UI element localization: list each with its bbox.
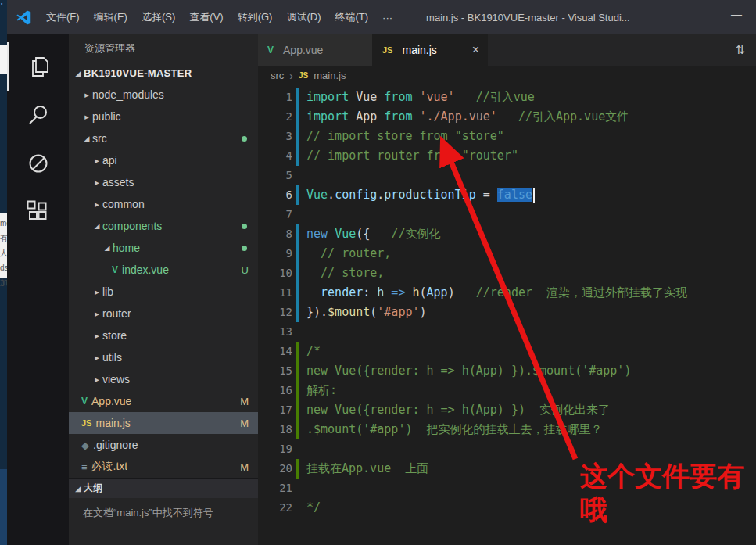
twistie-expanded-icon[interactable]: ◢ bbox=[91, 222, 102, 230]
twistie-collapsed-icon[interactable]: ▸ bbox=[91, 156, 102, 166]
twistie-collapsed-icon[interactable]: ▸ bbox=[91, 309, 102, 319]
git-status-badge: M bbox=[240, 461, 249, 473]
twistie-expanded-icon[interactable]: ◢ bbox=[81, 134, 92, 142]
tree-item-store[interactable]: ▸store bbox=[69, 324, 258, 346]
twistie-collapsed-icon[interactable]: ▸ bbox=[91, 177, 102, 188]
menu-item[interactable]: ··· bbox=[375, 12, 399, 23]
menu-item[interactable]: 终端(T) bbox=[328, 10, 375, 24]
tree-item-必读.txt[interactable]: ≡必读.txtM bbox=[69, 456, 258, 478]
gutter-modified-indicator bbox=[296, 283, 299, 303]
code-line-1[interactable]: 1import Vue from 'vue' //引入vue bbox=[258, 88, 756, 107]
vscode-window: ' me 有人 ds 加 文件(F)编辑(E)选择(S)查看(V)转到(G)调试… bbox=[0, 0, 756, 545]
vue-file-icon: V bbox=[112, 264, 118, 275]
tree-item-lib[interactable]: ▸lib bbox=[69, 281, 258, 303]
git-status-badge: U bbox=[242, 264, 249, 276]
code-line-4[interactable]: 4// import router from "router" bbox=[258, 146, 756, 166]
code-line-13[interactable]: 13 bbox=[258, 322, 756, 342]
menu-item[interactable]: 选择(S) bbox=[134, 10, 182, 24]
menu-item[interactable]: 调试(D) bbox=[279, 10, 328, 24]
code-line-3[interactable]: 3// import store from "store" bbox=[258, 127, 756, 146]
menu-bar: 文件(F)编辑(E)选择(S)查看(V)转到(G)调试(D)终端(T)··· bbox=[39, 10, 399, 24]
tree-item-label: src bbox=[92, 132, 107, 145]
tree-item-home[interactable]: ◢home bbox=[69, 237, 258, 259]
explorer-sidebar: 资源管理器 ◢ BK1910VUE-MASTER ▸node_modules▸p… bbox=[69, 34, 258, 545]
code-line-18[interactable]: 18.$mount('#app') 把实例化的挂载上去，挂载哪里？ bbox=[258, 420, 756, 439]
tree-item-views[interactable]: ▸views bbox=[69, 368, 258, 390]
tree-item-api[interactable]: ▸api bbox=[69, 149, 258, 171]
activity-extensions-button[interactable] bbox=[7, 188, 69, 236]
code-line-17[interactable]: 17new Vue({render: h => h(App) }) 实例化出来了 bbox=[258, 400, 756, 420]
code-text: /* bbox=[306, 342, 321, 361]
twistie-expanded-icon[interactable]: ◢ bbox=[102, 244, 113, 252]
twistie-collapsed-icon[interactable]: ▸ bbox=[91, 287, 102, 297]
git-status-badge: M bbox=[240, 396, 249, 407]
code-token: //render 渲染，通过外部挂载了实现 bbox=[455, 285, 687, 299]
open-changes-icon[interactable]: ⇅ bbox=[735, 43, 745, 57]
twistie-expanded-icon: ◢ bbox=[73, 485, 84, 493]
code-token: . bbox=[377, 188, 384, 202]
tree-root-folder[interactable]: ◢ BK1910VUE-MASTER bbox=[69, 63, 258, 84]
menu-item[interactable]: 编辑(E) bbox=[87, 10, 134, 24]
code-token: ({ bbox=[356, 227, 370, 241]
code-line-7[interactable]: 7 bbox=[258, 205, 756, 224]
menu-item[interactable]: 查看(V) bbox=[182, 10, 230, 24]
tree-item-.gitignore[interactable]: ◆.gitignore bbox=[69, 434, 258, 456]
code-line-8[interactable]: 8new Vue({ //实例化 bbox=[258, 224, 756, 244]
code-line-19[interactable]: 19 bbox=[258, 439, 756, 459]
menu-item[interactable]: 转到(G) bbox=[231, 10, 280, 24]
code-line-14[interactable]: 14/* bbox=[258, 342, 756, 361]
code-line-9[interactable]: 9 // router, bbox=[258, 244, 756, 264]
outline-section-header[interactable]: ◢ 大纲 bbox=[69, 478, 258, 498]
code-token: h bbox=[412, 285, 419, 299]
twistie-collapsed-icon[interactable]: ▸ bbox=[91, 199, 102, 210]
activity-circle-slash-button[interactable] bbox=[7, 139, 69, 188]
code-line-2[interactable]: 2import App from './App.vue' //引入App.vue… bbox=[258, 107, 756, 127]
code-lines: 1import Vue from 'vue' //引入vue2import Ap… bbox=[258, 85, 756, 518]
tree-item-assets[interactable]: ▸assets bbox=[69, 171, 258, 193]
breadcrumb-item-src[interactable]: src bbox=[271, 70, 284, 81]
tree-item-src[interactable]: ◢src bbox=[69, 127, 258, 149]
code-token: import bbox=[306, 109, 356, 124]
code-line-5[interactable]: 5 bbox=[258, 166, 756, 185]
tab-App.vue[interactable]: VApp.vue bbox=[258, 34, 373, 66]
tree-item-label: store bbox=[102, 329, 127, 342]
changes-dot-badge bbox=[242, 246, 247, 251]
twistie-collapsed-icon[interactable]: ▸ bbox=[91, 331, 102, 341]
code-line-11[interactable]: 11 render: h => h(App) //render 渲染，通过外部挂… bbox=[258, 283, 756, 303]
minimize-button[interactable]: — bbox=[731, 8, 742, 20]
code-line-12[interactable]: 12}).$mount('#app') bbox=[258, 303, 756, 322]
activity-explorer-button[interactable] bbox=[7, 42, 69, 91]
code-token: new Vue({render: h => h(App) }) 实例化出来了 bbox=[306, 403, 610, 417]
code-line-10[interactable]: 10 // store, bbox=[258, 264, 756, 283]
tree-item-common[interactable]: ▸common bbox=[69, 193, 258, 215]
tree-item-router[interactable]: ▸router bbox=[69, 303, 258, 324]
code-line-6[interactable]: 6Vue.config.productionTip = false bbox=[258, 185, 756, 205]
tab-main.js[interactable]: JSmain.js× bbox=[373, 34, 488, 66]
twistie-collapsed-icon[interactable]: ▸ bbox=[91, 353, 102, 363]
tree-item-node_modules[interactable]: ▸node_modules bbox=[69, 84, 258, 106]
twistie-collapsed-icon[interactable]: ▸ bbox=[91, 375, 102, 385]
tree-item-public[interactable]: ▸public bbox=[69, 106, 258, 127]
code-token: }). bbox=[306, 305, 328, 319]
code-line-15[interactable]: 15new Vue({render: h => h(App) }).$mount… bbox=[258, 361, 756, 381]
line-number: 15 bbox=[258, 361, 292, 381]
tree-item-label: router bbox=[102, 307, 131, 320]
tree-item-components[interactable]: ◢components bbox=[69, 215, 258, 237]
tree-item-label: components bbox=[102, 220, 162, 232]
breadcrumb-item-main-js[interactable]: main.js bbox=[314, 70, 346, 81]
twistie-collapsed-icon[interactable]: ▸ bbox=[81, 112, 92, 122]
code-text: // import store from "store" bbox=[306, 127, 504, 146]
code-token: //引入App.vue文件 bbox=[497, 109, 629, 124]
close-tab-icon[interactable]: × bbox=[472, 43, 479, 57]
gutter-modified-indicator bbox=[296, 107, 299, 127]
activity-search-button[interactable] bbox=[7, 91, 69, 139]
tree-item-index.vue[interactable]: Vindex.vueU bbox=[69, 259, 258, 281]
tree-item-main.js[interactable]: JSmain.jsM bbox=[69, 412, 258, 434]
twistie-collapsed-icon[interactable]: ▸ bbox=[81, 90, 92, 100]
menu-item[interactable]: 文件(F) bbox=[39, 10, 87, 24]
code-line-16[interactable]: 16解析: bbox=[258, 381, 756, 400]
tree-item-utils[interactable]: ▸utils bbox=[69, 346, 258, 368]
tree-item-App.vue[interactable]: VApp.vueM bbox=[69, 390, 258, 412]
outline-title: 大纲 bbox=[84, 482, 102, 495]
explorer-icon bbox=[27, 54, 52, 79]
